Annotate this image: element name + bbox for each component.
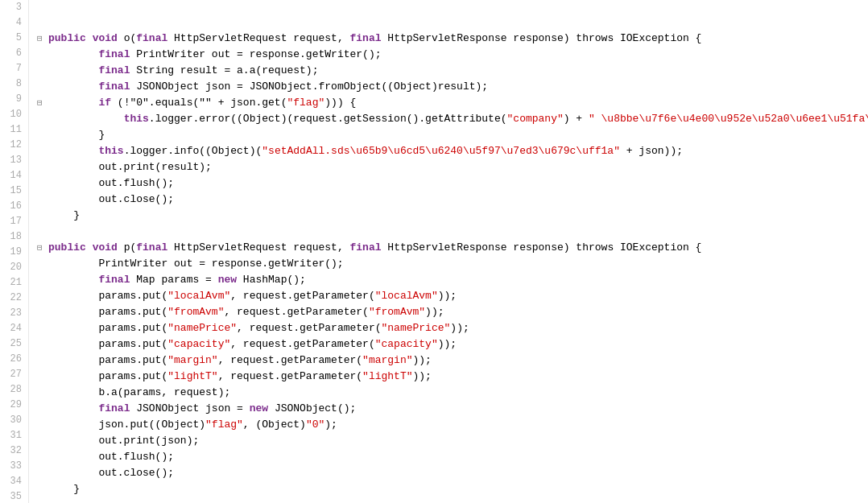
line-number: 29: [6, 398, 22, 413]
line-number: 17: [6, 214, 22, 229]
line-number: 33: [6, 459, 22, 474]
line-number: 15: [6, 183, 22, 199]
code-token: "localAvm": [375, 290, 438, 302]
code-token: this: [98, 145, 123, 157]
code-token: ));: [438, 290, 457, 302]
fold-none-icon: [37, 47, 48, 63]
code-token: params.put(: [48, 322, 167, 334]
code-token: final: [98, 274, 130, 286]
code-token: PrintWriter out = response.getWriter();: [130, 48, 381, 60]
fold-open-icon[interactable]: ⊟: [37, 241, 48, 256]
code-token: [48, 97, 98, 109]
code-token: JSONObject json = JSONObject.fromObject(…: [130, 80, 488, 93]
code-token: "lightT": [167, 370, 217, 382]
line-number: 23: [6, 306, 22, 321]
line-number: 14: [6, 168, 22, 183]
code-line: params.put("localAvm", request.getParame…: [37, 288, 868, 304]
code-token: , request.getParameter(: [224, 306, 368, 318]
code-token: p(: [118, 241, 136, 254]
code-line: }: [37, 481, 868, 497]
fold-none-icon: [37, 257, 48, 272]
code-token: " \u8bbe\u7f6e\u4e00\u952e\u52a0\u6ee1\u…: [589, 113, 868, 125]
code-token: "margin": [167, 354, 217, 366]
code-token: out.print(result);: [48, 161, 212, 173]
line-number: 34: [6, 474, 22, 489]
fold-none-icon: [37, 192, 48, 208]
code-token: public: [48, 32, 86, 44]
fold-none-icon: [37, 208, 48, 224]
fold-open-icon[interactable]: ⊟: [37, 96, 48, 111]
code-line: ⊟public void o(final HttpServletRequest …: [37, 31, 868, 47]
fold-none-icon: [37, 466, 48, 481]
code-token: final: [98, 80, 130, 93]
code-token: ) +: [564, 113, 589, 125]
code-token: [86, 241, 93, 254]
code-token: "0": [306, 418, 324, 431]
code-token: Map params =: [130, 274, 217, 286]
line-number: 35: [6, 489, 22, 503]
code-token: final: [98, 48, 130, 60]
code-line: this.logger.info((Object)("setAddAll.sds…: [37, 143, 868, 159]
fold-none-icon: [37, 385, 48, 401]
code-token: "namePrice": [382, 322, 451, 334]
code-token: [48, 145, 98, 157]
line-number: 19: [6, 245, 22, 260]
code-line: final JSONObject json = new JSONObject()…: [37, 401, 868, 417]
code-token: ))) {: [324, 97, 356, 109]
line-number: 4: [6, 15, 22, 31]
code-line: out.print(result);: [37, 159, 868, 175]
code-token: b.a(params, request);: [48, 386, 230, 398]
fold-none-icon: [37, 289, 48, 304]
code-token: JSONObject();: [268, 402, 356, 414]
line-number: 24: [6, 321, 22, 336]
code-token: [48, 48, 98, 60]
code-token: json.put((Object): [48, 418, 205, 431]
fold-none-icon: [37, 225, 48, 240]
code-token: , request.getParameter(: [218, 354, 362, 366]
line-number: 28: [6, 382, 22, 398]
code-token: ));: [438, 338, 457, 350]
code-token: final: [136, 241, 167, 254]
code-token: o(: [118, 32, 136, 44]
code-token: params.put(: [48, 370, 167, 382]
line-number: 25: [6, 336, 22, 352]
code-line: json.put((Object)"flag", (Object)"0");: [37, 417, 868, 433]
code-token: [48, 80, 98, 93]
fold-none-icon: [37, 450, 48, 465]
code-line: ⊟ if (!"0".equals("" + json.get("flag"))…: [37, 95, 868, 111]
fold-none-icon: [37, 112, 48, 127]
fold-none-icon: [37, 498, 48, 503]
code-line: PrintWriter out = response.getWriter();: [37, 256, 868, 272]
code-token: HttpServletResponse response) throws IOE…: [382, 241, 702, 254]
code-content[interactable]: ⊟public void o(final HttpServletRequest …: [29, 0, 868, 503]
fold-none-icon: [37, 402, 48, 417]
line-number: 10: [6, 107, 22, 122]
fold-open-icon[interactable]: ⊟: [37, 31, 48, 47]
code-token: final: [350, 32, 382, 44]
code-token: out.flush();: [48, 451, 174, 463]
code-token: (!"0".equals("" + json.get(: [111, 97, 287, 109]
line-number: 16: [6, 199, 22, 214]
code-line: params.put("fromAvm", request.getParamet…: [37, 304, 868, 320]
code-token: void: [93, 32, 118, 44]
code-line: out.close();: [37, 465, 868, 481]
code-token: [48, 64, 98, 76]
code-token: ));: [413, 354, 432, 366]
code-line: }: [37, 127, 868, 143]
code-token: "lightT": [362, 370, 412, 382]
code-token: final: [136, 32, 167, 44]
code-token: }: [48, 483, 80, 495]
code-line: final Map params = new HashMap();: [37, 272, 868, 288]
code-line: final String result = a.a(request);: [37, 63, 868, 79]
code-token: , request.getParameter(: [230, 290, 374, 302]
code-line: out.flush();: [37, 175, 868, 192]
line-number: 7: [6, 61, 22, 76]
line-number: 22: [6, 291, 22, 306]
code-line: }: [37, 208, 868, 224]
code-line: final JSONObject json = JSONObject.fromO…: [37, 79, 868, 95]
code-line: [37, 497, 868, 503]
code-token: HttpServletRequest request,: [167, 32, 349, 44]
code-token: .logger.info((Object)(: [124, 145, 262, 157]
code-token: void: [93, 241, 118, 254]
code-token: if: [98, 97, 111, 109]
